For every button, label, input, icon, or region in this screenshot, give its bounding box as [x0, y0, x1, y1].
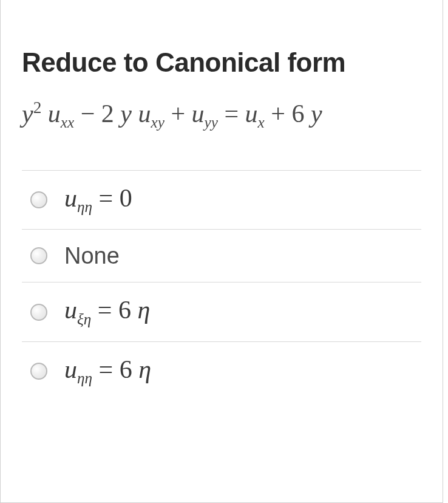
option-label-2: None [64, 244, 120, 267]
radio-icon[interactable] [30, 191, 47, 208]
option-row-1[interactable]: uηη = 0 [22, 171, 421, 230]
option-label-4: uηη = 6 η [64, 357, 151, 386]
radio-icon[interactable] [30, 304, 47, 321]
question-card: Reduce to Canonical form y2 uxx − 2 y ux… [0, 0, 443, 503]
radio-icon[interactable] [30, 247, 47, 264]
options-list: uηη = 0 None uξη = 6 η uηη = 6 η [22, 170, 421, 401]
option-row-2[interactable]: None [22, 230, 421, 282]
option-label-3: uξη = 6 η [64, 297, 150, 327]
option-label-1: uηη = 0 [64, 185, 132, 215]
option-row-4[interactable]: uηη = 6 η [22, 342, 421, 401]
radio-icon[interactable] [30, 363, 47, 380]
question-equation: y2 uxx − 2 y uxy + uyy = ux + 6 y [22, 96, 421, 134]
option-row-3[interactable]: uξη = 6 η [22, 282, 421, 342]
question-title: Reduce to Canonical form [22, 47, 421, 78]
